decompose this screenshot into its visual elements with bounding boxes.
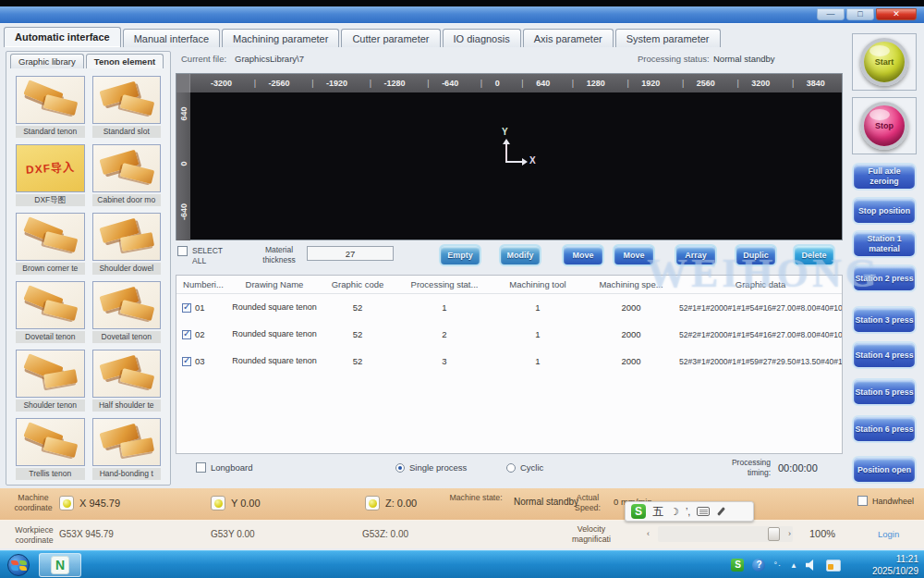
tab-system-parameter[interactable]: System parameter (615, 29, 721, 47)
tab-manual-interface[interactable]: Manual interface (123, 29, 220, 47)
handwheel-option[interactable]: Handwheel (857, 496, 914, 506)
material-thickness-input[interactable] (307, 246, 394, 261)
stop-button[interactable]: Stop (860, 102, 908, 150)
station-1-material-button[interactable]: Station 1 material (852, 230, 917, 258)
select-all-checkbox[interactable] (177, 246, 188, 256)
row-graphic-code: 52 (319, 356, 396, 366)
sogou-tray-icon[interactable]: S (731, 559, 744, 572)
punctuation-icon[interactable]: ’, (686, 506, 691, 517)
status-bar: Machine coordinate X 945.79 Y 0.00 Z: 0.… (0, 488, 924, 550)
longboard-checkbox[interactable] (196, 462, 206, 473)
table-row[interactable]: 01 Rounded square tenon 52 1 1 2000 52#1… (176, 294, 842, 321)
tray-misc-icon[interactable]: °· (773, 560, 782, 570)
velocity-slider[interactable]: › (658, 526, 793, 542)
show-hidden-icons-button[interactable]: ▲ (790, 561, 797, 570)
table-row[interactable]: 03 Rounded square tenon 52 3 1 2000 52#3… (176, 348, 842, 375)
duplicate-button[interactable]: Duplic (735, 244, 777, 266)
library-item-dovetail-tenon-1[interactable]: Dovetail tenon (16, 281, 85, 343)
tab-axis-parameter[interactable]: Axis parameter (523, 29, 614, 47)
position-open-button[interactable]: Position open (852, 456, 917, 484)
login-link[interactable]: Login (878, 529, 899, 539)
workpiece-coordinate-label: Workpiece coordinate (7, 525, 61, 546)
file-status-row: Current file: GraphicsLibrary\7 Processi… (181, 54, 843, 68)
row-checkbox[interactable] (182, 357, 191, 366)
select-all-control[interactable]: SELECT ALL (177, 246, 229, 265)
tab-tenon-element[interactable]: Tenon element (86, 54, 164, 68)
velocity-slider-left-arrow[interactable]: ‹ (647, 529, 650, 538)
soft-keyboard-icon[interactable] (697, 507, 710, 516)
library-item-dxf-import[interactable]: DXF导入 DXF导图 (16, 144, 85, 206)
velocity-slider-right-arrow[interactable]: › (788, 529, 791, 538)
delete-button[interactable]: Delete (793, 244, 835, 266)
moon-icon[interactable]: ☽ (670, 506, 679, 518)
station-4-press-button[interactable]: Station 4 press (852, 341, 917, 369)
y-axis-arrow (505, 141, 507, 163)
tab-cutter-parameter[interactable]: Cutter parameter (341, 29, 440, 47)
row-graphic-data: 52#2#1#2000#1#1#54#16#27.00#8.00#40#10#0… (679, 330, 842, 339)
velocity-slider-thumb[interactable] (768, 527, 780, 541)
start-menu-button[interactable] (7, 554, 30, 576)
library-item-half-shoulder[interactable]: Half shoulder te (92, 350, 162, 412)
network-icon[interactable] (826, 560, 841, 572)
station-5-press-button[interactable]: Station 5 press (852, 378, 917, 406)
stop-position-button[interactable]: Stop position (852, 197, 917, 225)
vertical-ruler: 640 0 -640 (176, 92, 190, 240)
empty-button[interactable]: Empty (439, 244, 481, 266)
processing-status-label: Processing status: (638, 54, 710, 64)
single-process-radio[interactable] (395, 463, 405, 473)
move-right-button[interactable]: Move (613, 244, 655, 266)
library-item-cabinet-door[interactable]: Cabinet door mo (92, 144, 162, 206)
full-axle-zeroing-button[interactable]: Full axle zeroing (852, 163, 917, 191)
sogou-ime-bar[interactable]: S 五 ☽ ’, (625, 501, 754, 522)
row-checkbox[interactable] (182, 303, 191, 313)
library-item-standard-tenon[interactable]: Standard tenon (16, 76, 85, 138)
array-button[interactable]: Array (675, 244, 717, 266)
tab-io-diagnosis[interactable]: IO diagnosis (443, 29, 521, 47)
station-6-press-button[interactable]: Station 6 press (852, 415, 917, 443)
start-button[interactable]: Start (860, 38, 908, 86)
tenon-thumbnail (92, 213, 162, 261)
graphics-table: Numberi... Drawing Name Graphic code Pro… (176, 275, 843, 454)
maximize-button[interactable]: □ (846, 8, 874, 20)
modify-button[interactable]: Modify (499, 244, 541, 266)
edit-toolbar: SELECT ALL Material thickness Empty Modi… (176, 244, 843, 272)
handwheel-checkbox[interactable] (857, 496, 868, 506)
close-button[interactable]: ✕ (876, 8, 917, 20)
tab-graphic-library[interactable]: Graphic library (10, 54, 84, 68)
minimize-button[interactable]: — (817, 8, 845, 20)
cyclic-option[interactable]: Cyclic (506, 462, 543, 473)
station-2-press-button[interactable]: Station 2 press (852, 264, 917, 292)
actual-speed-label: Actual Speed: (567, 493, 608, 513)
library-item-standard-slot[interactable]: Standard slot (92, 76, 162, 138)
sogou-icon[interactable]: S (631, 504, 646, 519)
table-row[interactable]: 02 Rounded square tenon 52 2 1 2000 52#2… (176, 321, 842, 348)
station-3-press-button[interactable]: Station 3 press (852, 306, 917, 334)
library-item-shoulder-tenon[interactable]: Shoulder tenon (16, 350, 85, 412)
library-item-shoulder-dowel[interactable]: Shoulder dowel (92, 213, 162, 275)
processing-timing-value: 00:00:00 (778, 462, 818, 473)
library-item-dovetail-tenon-2[interactable]: Dovetail tenon (92, 281, 162, 343)
tab-machining-parameter[interactable]: Machining parameter (222, 29, 339, 47)
library-item-trellis-tenon[interactable]: Trellis tenon (16, 418, 85, 480)
row-checkbox[interactable] (182, 330, 191, 339)
library-item-hand-bonding[interactable]: Hand-bonding t (92, 418, 162, 480)
cyclic-radio[interactable] (506, 463, 516, 473)
library-item-brown-corner[interactable]: Brown corner te (16, 213, 85, 275)
drawing-canvas[interactable]: -3200 -2560 -1920 -1280 -640 0 640 1280 … (176, 73, 843, 240)
longboard-option[interactable]: Longboard (196, 462, 252, 473)
tab-automatic-interface[interactable]: Automatic interface (4, 27, 121, 47)
move-left-button[interactable]: Move (562, 244, 604, 266)
single-process-option[interactable]: Single process (395, 462, 467, 473)
volume-icon[interactable] (806, 560, 818, 571)
ime-mode-glyph[interactable]: 五 (652, 504, 663, 520)
monitor-bezel (0, 0, 924, 6)
taskbar-app-button[interactable]: N (39, 553, 81, 577)
current-file-label: Current file: (181, 54, 226, 64)
taskbar-clock[interactable]: 11:21 2025/10/29 (845, 553, 918, 577)
z-coordinate: Z: 0.00 (365, 496, 417, 510)
processing-status-value: Normal standby (713, 54, 775, 64)
row-graphic-code: 52 (319, 302, 396, 313)
help-tray-icon[interactable]: ? (752, 559, 765, 572)
ime-settings-icon[interactable] (716, 507, 725, 516)
library-tabs: Graphic library Tenon element (6, 52, 170, 68)
